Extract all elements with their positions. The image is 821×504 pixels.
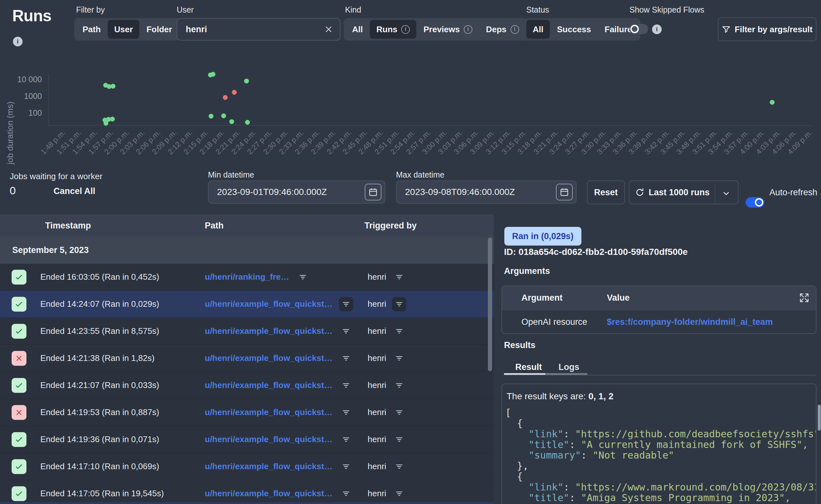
result-scrollbar[interactable]	[818, 405, 821, 431]
scatter-point-success[interactable]	[229, 119, 234, 124]
scatter-point-success[interactable]	[111, 84, 115, 89]
chip-label: Deps	[486, 24, 507, 34]
argument-row: OpenAI resource $res:f/company-folder/wi…	[502, 310, 816, 334]
run-path-link[interactable]: u/henri/example_flow_quickst…	[205, 299, 332, 309]
column-triggered-by: Triggered by	[364, 215, 417, 236]
funnel-icon	[722, 25, 731, 34]
run-path-link[interactable]: u/henri/example_flow_quickst…	[205, 326, 332, 336]
table-row[interactable]: Ended 14:19:36 (Ran in 0,071s)u/henri/ex…	[0, 426, 494, 453]
auto-refresh-toggle[interactable]	[746, 197, 764, 208]
expand-icon[interactable]	[799, 293, 809, 303]
auto-refresh-label: Auto-refresh	[769, 188, 817, 198]
chip-label: Runs	[376, 24, 397, 34]
run-path-link[interactable]: u/henri/example_flow_quickst…	[205, 353, 332, 363]
scatter-point-success[interactable]	[244, 79, 249, 83]
run-timestamp: Ended 14:17:10 (Ran in 0,069s)	[40, 453, 159, 480]
show-skipped-info-icon[interactable]: i	[652, 24, 662, 34]
table-row[interactable]: Ended 14:23:55 (Ran in 8,575s)u/henri/ex…	[0, 318, 494, 345]
run-path-link[interactable]: u/henri/example_flow_quickst…	[205, 434, 332, 444]
result-viewer: The result keys are: 0, 1, 2 [{"link": "…	[502, 383, 816, 504]
reset-button[interactable]: Reset	[587, 180, 625, 204]
refresh-icon	[635, 188, 645, 197]
scatter-point-success[interactable]	[110, 117, 115, 121]
scatter-point-failure[interactable]	[232, 90, 237, 95]
filter-by-path-icon[interactable]	[339, 460, 353, 474]
filter-by-path-icon[interactable]	[296, 270, 310, 284]
filter-by-user-icon[interactable]	[392, 405, 406, 420]
table-row[interactable]: Ended 14:17:10 (Ran in 0,069s)u/henri/ex…	[0, 453, 494, 480]
table-row[interactable]: Ended 14:21:38 (Ran in 1,82s)u/henri/exa…	[0, 345, 494, 372]
filter-by-args-button[interactable]: Filter by args/result	[718, 17, 816, 41]
filter-by-path-icon[interactable]	[339, 432, 353, 447]
filter-by-path-icon[interactable]	[339, 378, 353, 393]
min-datetime-field[interactable]: 2023-09-01T09:46:00.000Z	[208, 180, 385, 204]
status-all[interactable]: All	[526, 20, 550, 39]
filter-by-user-icon[interactable]	[392, 487, 406, 501]
table-row[interactable]: Ended 14:19:53 (Ran in 0,887s)u/henri/ex…	[0, 399, 494, 426]
filter-by-path-icon[interactable]	[339, 324, 353, 338]
tab-logs[interactable]: Logs	[559, 362, 580, 372]
scatter-point-success[interactable]	[770, 100, 775, 105]
scatter-point-success[interactable]	[210, 72, 215, 77]
scatter-point-success[interactable]	[103, 121, 108, 126]
cancel-all-button[interactable]: Cancel All	[54, 186, 95, 196]
max-datetime-value: 2023-09-08T09:46:00.000Z	[405, 187, 556, 197]
scatter-point-success[interactable]	[209, 114, 213, 119]
kind-runs[interactable]: Runsi	[370, 20, 416, 39]
run-path-link[interactable]: u/henri/example_flow_quickst…	[205, 489, 332, 499]
runs-info-icon[interactable]: i	[13, 37, 23, 46]
user-filter-input[interactable]	[177, 18, 340, 41]
filter-by-path[interactable]: Path	[76, 20, 107, 39]
filter-by-path-icon[interactable]	[339, 351, 353, 365]
argument-value-link[interactable]: $res:f/company-folder/windmill_ai_team	[607, 310, 773, 334]
chip-label: All	[352, 24, 363, 34]
triggered-by-user: henri	[367, 380, 386, 390]
filter-by-folder[interactable]: Folder	[140, 20, 178, 39]
scatter-point-failure[interactable]	[223, 95, 228, 100]
filter-by-user-icon[interactable]	[392, 270, 406, 284]
filter-by-path-icon[interactable]	[339, 297, 353, 311]
kind-deps[interactable]: Depsi	[480, 20, 526, 39]
scatter-point-success[interactable]	[245, 120, 250, 125]
chevron-down-icon[interactable]	[722, 189, 731, 198]
clear-user-icon[interactable]	[324, 24, 333, 34]
chip-label: Path	[83, 24, 101, 34]
filter-by-user-icon[interactable]	[392, 378, 406, 393]
table-header: Timestamp Path Triggered by	[0, 215, 494, 237]
chart-y-axis-line	[48, 73, 49, 126]
table-row[interactable]: Ended 14:21:07 (Ran in 0,033s)u/henri/ex…	[0, 372, 494, 399]
table-row[interactable]: Ended 16:03:05 (Ran in 0,452s)u/henri/ra…	[0, 264, 494, 291]
filter-by-user-icon[interactable]	[392, 460, 406, 474]
kind-previews[interactable]: Previewsi	[417, 20, 479, 39]
scatter-point-success[interactable]	[221, 113, 226, 118]
filter-by-user-icon[interactable]	[392, 432, 406, 447]
run-path-link[interactable]: u/henri/example_flow_quickst…	[205, 461, 332, 471]
tab-result[interactable]: Result	[515, 362, 542, 372]
filter-by-user-icon[interactable]	[392, 324, 406, 338]
run-path-link[interactable]: u/henri/example_flow_quickst…	[205, 407, 332, 417]
min-datetime-calendar-button[interactable]	[365, 184, 381, 200]
filter-by-user-icon[interactable]	[392, 297, 406, 311]
filter-by-user[interactable]: User	[108, 20, 139, 39]
table-row[interactable]: Ended 14:17:05 (Ran in 19,545s)u/henri/e…	[0, 480, 494, 504]
max-datetime-calendar-button[interactable]	[556, 184, 573, 200]
info-icon[interactable]: i	[464, 25, 473, 34]
filter-by-path-icon[interactable]	[339, 405, 353, 420]
filter-by-user-icon[interactable]	[392, 351, 406, 365]
json-line: },	[505, 460, 816, 471]
max-datetime-field[interactable]: 2023-09-08T09:46:00.000Z	[396, 180, 577, 204]
arguments-table: Argument Value OpenAI resource $res:f/co…	[502, 286, 816, 334]
last-runs-button[interactable]: Last 1000 runs	[629, 180, 738, 204]
table-scrollbar[interactable]	[488, 237, 492, 371]
run-path-link[interactable]: u/henri/ranking_fre…	[205, 272, 289, 282]
filter-by-path-icon[interactable]	[339, 487, 353, 501]
table-row[interactable]: Ended 14:24:07 (Ran in 0,029s)u/henri/ex…	[0, 291, 494, 318]
info-icon[interactable]: i	[511, 25, 519, 34]
filter-by-label: Filter by	[76, 5, 105, 15]
kind-all[interactable]: All	[346, 20, 369, 39]
run-path-link[interactable]: u/henri/example_flow_quickst…	[205, 380, 332, 390]
tabs-divider	[504, 375, 816, 375]
status-success[interactable]: Success	[551, 20, 598, 39]
info-icon[interactable]: i	[401, 25, 410, 34]
show-skipped-toggle[interactable]	[630, 24, 648, 34]
